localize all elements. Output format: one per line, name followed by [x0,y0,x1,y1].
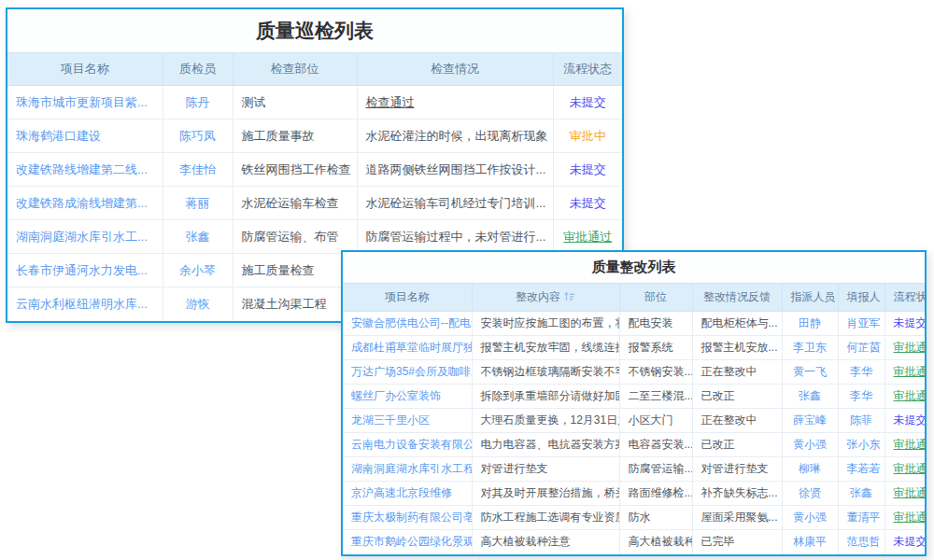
inspection-list-title: 质量巡检列表 [7,9,622,52]
rectify-col-header: 填报人 [838,284,884,312]
status-badge[interactable]: 审批通过 [894,365,926,378]
person-name-link[interactable]: 李华 [850,389,872,402]
status-badge[interactable]: 审批通过 [894,511,926,524]
cell-text: 大理石质量更换，12月31日之... [481,413,620,427]
person-name-link[interactable]: 徐贤 [799,486,821,499]
column-header-label: 流程状态 [894,290,926,303]
cell-text: 配电安装 [629,316,673,329]
project-name-cell: 珠海鹤港口建设 [7,119,163,153]
table-row: 湖南洞庭湖水库引水工...张鑫防腐管运输、布管防腐管运输过程中，未对管进行...… [7,220,622,254]
person-name-link[interactable]: 李卫东 [793,341,827,354]
project-name-link[interactable]: 龙湖三千里小区 [351,413,430,427]
cell-text: 配电柜柜体与... [701,316,778,329]
person-name-link[interactable]: 薛宝峰 [793,413,827,427]
status-cell: 未提交 [884,409,925,433]
column-header-label: 检查部位 [271,62,319,76]
person-name-link[interactable]: 李佳怡 [179,162,216,176]
person-name-link[interactable]: 张小东 [847,438,881,451]
person-name-link[interactable]: 陈巧凤 [179,129,216,143]
status-badge[interactable]: 审批通过 [563,230,612,244]
project-name-link[interactable]: 湖南洞庭湖水库引水工程施工标 [351,462,472,475]
person-name-link[interactable]: 田静 [799,316,821,329]
table-cell: 混凝土沟渠工程 [233,287,357,321]
project-name-link[interactable]: 改建铁路成渝线增建第... [16,196,148,210]
cell-text: 屋面采用聚氨... [701,511,778,524]
person-name-link[interactable]: 黄小强 [793,511,827,524]
project-name-link[interactable]: 京沪高速北京段维修 [351,486,452,499]
table-cell: 防水 [619,506,692,530]
person-name-link[interactable]: 肖亚军 [847,316,881,329]
column-header-label: 整改情况反馈 [703,290,771,303]
person-name-link[interactable]: 李华 [850,365,872,378]
project-name-link[interactable]: 重庆太极制药有限公司亳州中... [351,511,472,524]
column-header-label: 检查情况 [431,62,479,76]
table-cell: 已改正 [692,433,782,457]
person-name-link[interactable]: 董清平 [847,511,881,524]
project-name-link[interactable]: 万达广场35#会所及咖啡厅空... [351,365,472,378]
cell-text: 道路两侧铁丝网围挡工作按设计... [366,162,546,176]
project-name-cell: 改建铁路成渝线增建第... [7,187,163,220]
table-row: 万达广场35#会所及咖啡厅空...不锈钢边框玻璃隔断安装不牢...不锈钢安装..… [343,360,925,385]
table-cell: 二至三楼混... [619,385,692,409]
table-cell: 防腐管运输过程中，未对管进行... [357,220,553,254]
project-name-link[interactable]: 改建铁路线增建第二线... [16,162,148,176]
person-name-link[interactable]: 黄一飞 [793,365,827,378]
cell-text: 对管进行垫支 [701,462,769,475]
rectify-col-header: 流程状态 [884,284,925,312]
project-name-link[interactable]: 云南电力设备安装有限公司20... [351,438,472,451]
cell-text: 正在整改中 [701,365,757,378]
table-row: 龙湖三千里小区大理石质量更换，12月31日之...小区大门正在整改中薛宝峰陈菲未… [343,409,925,433]
table-cell: 水泥砼灌注的时候，出现离析现象 [357,119,553,153]
project-name-link[interactable]: 云南水利枢纽潜明水库... [16,297,148,311]
column-header-label: 部位 [644,290,667,303]
person-name-link[interactable]: 林康平 [793,535,827,548]
project-name-link[interactable]: 安徽合肥供电公司--配电设备... [351,316,472,329]
person-name-cell: 李佳怡 [163,153,233,187]
table-cell: 电力电容器、电抗器安装方案... [472,433,619,457]
cell-text: 防腐管运输过程中，未对管进行... [366,230,546,244]
person-name-link[interactable]: 范思哲 [847,535,881,548]
project-name-link[interactable]: 长春市伊通河水力发电... [16,263,148,277]
cell-text: 防水 [629,511,651,524]
person-name-link[interactable]: 李若若 [847,462,881,475]
status-badge[interactable]: 审批通过 [894,341,926,354]
project-name-link[interactable]: 螺丝厂办公室装饰 [351,389,441,402]
column-header-label: 填报人 [847,290,881,303]
cell-text: 高大植被栽种 [629,535,693,548]
sort-icon [564,291,575,301]
status-cell: 未提交 [553,153,622,187]
status-badge[interactable]: 审批通过 [894,462,926,475]
person-name-link[interactable]: 张鑫 [850,486,872,499]
person-name-link[interactable]: 张鑫 [799,389,821,402]
project-name-link[interactable]: 珠海鹤港口建设 [16,129,101,143]
status-badge[interactable]: 审批通过 [894,486,926,499]
person-name-link[interactable]: 柳琳 [799,462,821,475]
person-name-link[interactable]: 张鑫 [186,230,210,244]
person-name-link[interactable]: 游恢 [186,297,210,311]
cell-text: 施工质量事故 [242,129,315,143]
table-cell: 对其及时开展整治措施，桥头... [472,482,619,506]
table-cell: 不锈钢边框玻璃隔断安装不牢... [472,360,619,385]
person-name-link[interactable]: 余小琴 [179,263,216,277]
person-name-link[interactable]: 陈菲 [850,413,872,427]
cell-text: 混凝土沟渠工程 [242,297,327,311]
inspection-col-header: 检查情况 [357,53,553,86]
person-name-link[interactable]: 蒋丽 [186,196,210,210]
project-name-cell: 成都杜甫草堂临时展厅独立展... [343,336,472,360]
person-name-link[interactable]: 何芷茵 [847,341,881,354]
person-name-link[interactable]: 陈丹 [186,95,210,109]
inspection-col-header: 检查部位 [233,53,357,86]
rectify-col-header[interactable]: 整改内容 [472,284,619,312]
project-name-link[interactable]: 重庆市鹅岭公园绿化景观提升... [351,535,472,548]
status-badge[interactable]: 审批通过 [894,389,926,402]
project-name-link[interactable]: 珠海市城市更新项目紫... [16,95,148,109]
table-cell: 高大植被栽种 [619,530,692,554]
status-badge[interactable]: 审批通过 [894,438,926,451]
person-name-cell: 游恢 [163,287,233,321]
project-name-link[interactable]: 湖南洞庭湖水库引水工... [16,230,148,244]
person-name-link[interactable]: 黄小强 [793,438,827,451]
cell-text: 已改正 [701,438,735,451]
table-cell: 已完毕 [692,530,782,554]
project-name-cell: 珠海市城市更新项目紫... [7,86,163,119]
project-name-link[interactable]: 成都杜甫草堂临时展厅独立展... [351,341,472,354]
